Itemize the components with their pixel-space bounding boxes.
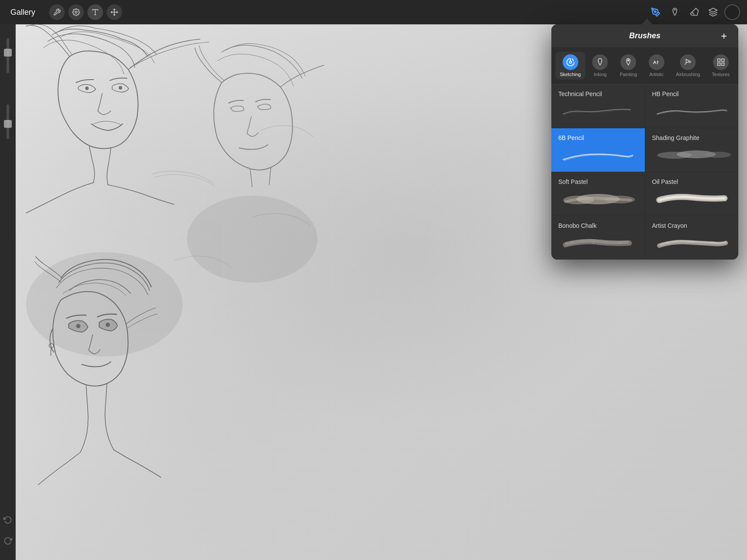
svg-point-5	[26, 252, 183, 357]
svg-rect-17	[721, 59, 724, 62]
brush-item-bonobo-chalk[interactable]: Bonobo Chalk	[551, 216, 645, 260]
category-tabs: Sketching Inking Painting	[551, 47, 738, 84]
tab-inking[interactable]: Inking	[588, 52, 612, 80]
text-button[interactable]	[87, 4, 103, 20]
add-brush-button[interactable]: +	[717, 30, 730, 43]
brush-name-technical-pencil: Technical Pencil	[558, 90, 638, 97]
brush-item-technical-pencil[interactable]: Technical Pencil	[551, 84, 645, 128]
tab-sketching[interactable]: Sketching	[555, 52, 585, 80]
layers-button[interactable]	[705, 4, 721, 20]
brush-preview-bonobo-chalk	[558, 233, 638, 251]
tab-airbrushing[interactable]: Airbrushing	[672, 52, 705, 80]
transform-button[interactable]	[107, 4, 122, 20]
brush-name-oil-pastel: Oil Pastel	[652, 178, 732, 185]
brush-grid: Technical Pencil HB Pencil 6B Pencil	[551, 84, 738, 260]
panel-header: Brushes +	[551, 24, 738, 47]
svg-point-14	[569, 61, 571, 63]
painting-icon	[620, 54, 636, 70]
svg-point-7	[75, 11, 77, 13]
brush-preview-shading-graphite	[652, 146, 732, 163]
eraser-tool-button[interactable]	[686, 4, 702, 20]
tab-artistic[interactable]: Artistic	[644, 52, 669, 80]
brush-name-6b-pencil: 6B Pencil	[558, 134, 638, 141]
brush-item-shading-graphite[interactable]: Shading Graphite	[645, 128, 739, 172]
airbrushing-label: Airbrushing	[676, 72, 700, 77]
artistic-label: Artistic	[649, 72, 664, 77]
brush-name-shading-graphite: Shading Graphite	[652, 134, 732, 141]
svg-rect-16	[717, 59, 720, 62]
toolbar-right	[648, 4, 740, 20]
painting-label: Painting	[620, 72, 637, 77]
brush-name-hb-pencil: HB Pencil	[652, 90, 732, 97]
brush-preview-oil-pastel	[652, 190, 732, 207]
brush-preview-hb-pencil	[652, 102, 732, 119]
svg-point-6	[187, 196, 317, 283]
opacity-slider[interactable]	[7, 38, 9, 73]
svg-point-30	[619, 242, 620, 243]
brush-item-artist-crayon[interactable]: Artist Crayon	[645, 216, 739, 260]
svg-point-28	[593, 243, 594, 244]
airbrushing-icon	[680, 54, 696, 70]
brush-item-hb-pencil[interactable]: HB Pencil	[645, 84, 739, 128]
sketching-icon	[563, 54, 578, 70]
undo-button[interactable]	[1, 513, 15, 527]
top-toolbar: Gallery	[0, 0, 747, 24]
redo-button[interactable]	[1, 534, 15, 548]
svg-point-27	[582, 241, 583, 242]
avatar	[724, 4, 740, 20]
svg-point-0	[85, 87, 89, 90]
svg-point-1	[119, 86, 122, 90]
size-thumb[interactable]	[4, 120, 12, 128]
opacity-thumb[interactable]	[4, 49, 12, 57]
svg-point-22	[705, 152, 731, 158]
sketch-artwork	[0, 0, 348, 560]
gallery-button[interactable]: Gallery	[7, 6, 39, 19]
svg-rect-19	[717, 63, 720, 66]
brush-preview-soft-pastel	[558, 190, 638, 207]
brush-preview-technical-pencil	[558, 102, 638, 119]
sketching-label: Sketching	[560, 72, 580, 77]
wrench-button[interactable]	[49, 4, 65, 20]
brush-preview-6b-pencil	[558, 146, 638, 163]
inking-icon	[592, 54, 608, 70]
brush-name-bonobo-chalk: Bonobo Chalk	[558, 222, 638, 229]
inking-label: Inking	[594, 72, 607, 77]
panel-caret	[642, 18, 652, 24]
textures-icon	[713, 54, 729, 70]
tab-painting[interactable]: Painting	[615, 52, 641, 80]
settings-button[interactable]	[68, 4, 84, 20]
left-sidebar	[0, 24, 16, 560]
svg-rect-18	[721, 63, 724, 66]
svg-point-15	[627, 60, 629, 61]
svg-point-29	[606, 242, 607, 243]
svg-point-12	[654, 11, 656, 13]
artistic-icon	[649, 54, 664, 70]
brush-preview-artist-crayon	[652, 233, 732, 251]
brush-item-6b-pencil[interactable]: 6B Pencil	[551, 128, 645, 172]
brush-name-soft-pastel: Soft Pastel	[558, 178, 638, 185]
smudge-tool-button[interactable]	[667, 4, 683, 20]
panel-title: Brushes	[629, 31, 660, 40]
brush-item-soft-pastel[interactable]: Soft Pastel	[551, 172, 645, 216]
textures-label: Textures	[712, 72, 730, 77]
brush-name-artist-crayon: Artist Crayon	[652, 222, 732, 229]
svg-point-26	[571, 242, 573, 243]
svg-marker-13	[709, 8, 717, 12]
size-slider[interactable]	[7, 104, 9, 139]
brush-item-oil-pastel[interactable]: Oil Pastel	[645, 172, 739, 216]
tab-textures[interactable]: Textures	[707, 52, 734, 80]
pencil-tool-button[interactable]	[648, 4, 664, 20]
brushes-panel: Brushes + Sketching Inking	[551, 24, 738, 260]
